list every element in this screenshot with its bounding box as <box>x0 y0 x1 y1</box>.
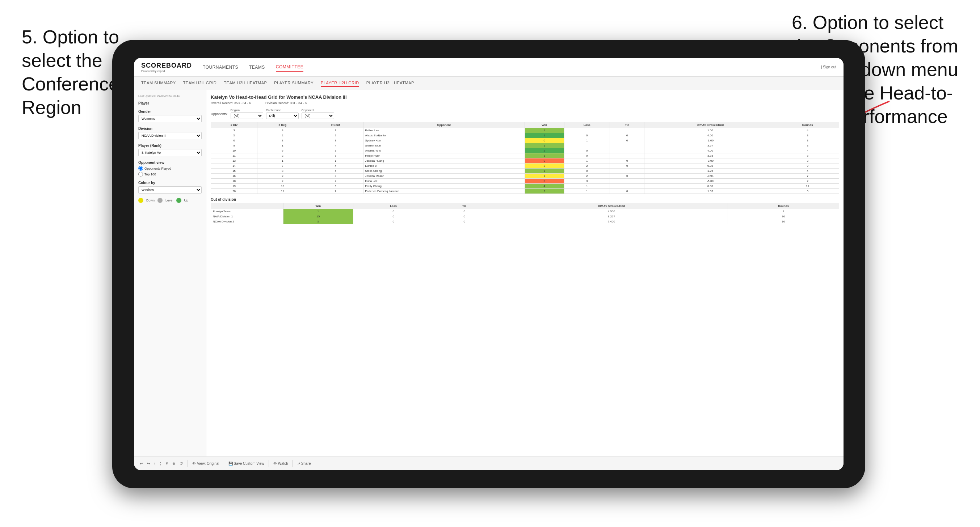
legend-down-label: Down <box>146 198 154 202</box>
cell-div: 15 <box>211 168 258 174</box>
cell-div: 10 <box>211 148 258 153</box>
redo-btn[interactable]: ↪ <box>147 462 150 465</box>
sub-nav-player-h2h-heatmap[interactable]: PLAYER H2H HEATMAP <box>366 79 414 87</box>
watch-btn[interactable]: 👁 Watch <box>273 462 288 465</box>
back-btn[interactable]: ⟨ <box>154 462 156 465</box>
sub-nav-team-h2h-heatmap[interactable]: TEAM H2H HEATMAP <box>224 79 267 87</box>
cell-opponent: Alexis Sudjianto <box>363 133 525 138</box>
division-section: Division NCAA Division III <box>138 127 202 139</box>
cell-tie <box>610 184 644 189</box>
cell-conf: 5 <box>308 153 363 159</box>
cell-rounds: 11 <box>776 184 839 189</box>
filters-row: Opponents: Region (All) Conference (All) <box>211 108 839 119</box>
share-btn[interactable]: ↗ Share <box>297 462 311 465</box>
record-row: Overall Record: 353 - 34 - 6 Division Re… <box>211 101 839 105</box>
undo-btn[interactable]: ↩ <box>140 462 143 465</box>
legend-down-dot <box>138 198 143 203</box>
cell-win: 4 <box>525 184 564 189</box>
logo-sub: Powered by clippd <box>141 70 192 73</box>
out-of-division-header: Out of division <box>211 197 839 202</box>
sub-nav-player-h2h-grid[interactable]: PLAYER H2H GRID <box>321 79 359 87</box>
sub-nav-team-h2h-grid[interactable]: TEAM H2H GRID <box>183 79 217 87</box>
cell-loss <box>564 143 610 148</box>
player-label: Player <box>138 101 202 105</box>
ood-col-rounds: Rounds <box>728 203 839 209</box>
cell-opponent: Eunice Yi <box>363 163 525 168</box>
ood-cell-loss: 0 <box>353 209 434 214</box>
ood-cell-tie: 0 <box>434 214 495 219</box>
cell-diff: -1.00 <box>644 138 776 143</box>
table-row: 16 2 3 Jessica Mason 1 2 0 -0.94 7 <box>211 174 839 179</box>
cell-conf: 1 <box>308 159 363 163</box>
cell-diff: -3.00 <box>644 159 776 163</box>
save-custom-btn[interactable]: 💾 Save Custom View <box>228 462 264 465</box>
cell-conf: 7 <box>308 189 363 194</box>
cell-loss: 0 <box>564 153 610 159</box>
page-title: Katelyn Vo Head-to-Head Grid for Women's… <box>211 94 839 100</box>
nav-teams[interactable]: TEAMS <box>249 63 265 71</box>
ood-col-loss: Loss <box>353 203 434 209</box>
player-rank-label: Player (Rank) <box>138 144 202 148</box>
player-rank-section: Player (Rank) 8. Katelyn Vo <box>138 144 202 156</box>
gender-select[interactable]: Women's <box>138 115 202 122</box>
cell-rounds: 3 <box>776 143 839 148</box>
region-select[interactable]: (All) <box>231 113 263 119</box>
cell-reg: 3 <box>258 128 308 133</box>
cell-diff: -0.94 <box>644 174 776 179</box>
ood-cell-opponent: NAIA Division 1 <box>211 214 283 219</box>
cell-conf: 2 <box>308 133 363 138</box>
cell-loss: 1 <box>564 138 610 143</box>
clock-btn[interactable]: ⏱ <box>180 462 183 465</box>
opponent-select[interactable]: (All) <box>302 113 334 119</box>
radio-top100[interactable]: Top 100 <box>138 172 202 176</box>
cell-opponent: Euna Lee <box>363 179 525 184</box>
cell-reg: 2 <box>258 179 308 184</box>
sign-out[interactable]: | Sign out <box>821 65 836 69</box>
cell-diff: 1.25 <box>644 168 776 174</box>
player-rank-select[interactable]: 8. Katelyn Vo <box>138 149 202 156</box>
cell-diff: 1.50 <box>644 128 776 133</box>
cell-conf: 4 <box>308 143 363 148</box>
cell-rounds: 3 <box>776 133 839 138</box>
table-row: 19 10 6 Emily Chang 4 1 0.30 11 <box>211 184 839 189</box>
cell-reg: 1 <box>258 143 308 148</box>
view-original-btn[interactable]: 👁 View: Original <box>192 462 220 465</box>
colour-by-select[interactable]: Win/loss <box>138 186 202 194</box>
cell-reg: 6 <box>258 148 308 153</box>
paste-btn[interactable]: ⊕ <box>172 462 175 465</box>
opponent-radio-group: Opponents Played Top 100 <box>138 166 202 176</box>
cell-reg: 2 <box>258 153 308 159</box>
opponent-filter: Opponent (All) <box>302 108 334 119</box>
cell-opponent: Jessica Huang <box>363 159 525 163</box>
cell-reg: 1 <box>258 159 308 163</box>
division-label: Division <box>138 127 202 130</box>
col-rounds: Rounds <box>776 122 839 128</box>
table-row: 6 3 3 Sydney Kuo 0 1 0 -1.00 3 <box>211 138 839 143</box>
cell-tie <box>610 179 644 184</box>
forward-btn[interactable]: ⟩ <box>160 462 161 465</box>
ood-table-row: Foreign Team 1 0 0 4.500 2 <box>211 209 839 214</box>
sub-nav-team-summary[interactable]: TEAM SUMMARY <box>141 79 176 87</box>
division-select[interactable]: NCAA Division III <box>138 132 202 139</box>
cell-tie: 0 <box>610 133 644 138</box>
nav-tournaments[interactable]: TOURNAMENTS <box>203 63 238 71</box>
sub-nav-player-summary[interactable]: PLAYER SUMMARY <box>274 79 313 87</box>
nav-committee[interactable]: COMMITTEE <box>276 63 304 71</box>
cell-diff: 3.67 <box>644 143 776 148</box>
colour-by-label: Colour by <box>138 181 202 185</box>
ood-cell-win: 5 <box>283 219 353 224</box>
cell-tie <box>610 168 644 174</box>
cell-tie <box>610 128 644 133</box>
opponents-label: Opponents: <box>211 112 228 116</box>
radio-opponents-played[interactable]: Opponents Played <box>138 166 202 171</box>
col-conf: # Conf <box>308 122 363 128</box>
cell-win: 1 <box>525 128 564 133</box>
cell-win: 1 <box>525 174 564 179</box>
conference-select[interactable]: (All) <box>266 113 299 119</box>
copy-btn[interactable]: ⎘ <box>166 462 168 465</box>
ood-cell-diff: 9.267 <box>495 214 728 219</box>
cell-rounds: 2 <box>776 179 839 184</box>
right-content: Katelyn Vo Head-to-Head Grid for Women's… <box>206 90 843 459</box>
cell-div: 13 <box>211 159 258 163</box>
cell-win: 1 <box>525 153 564 159</box>
